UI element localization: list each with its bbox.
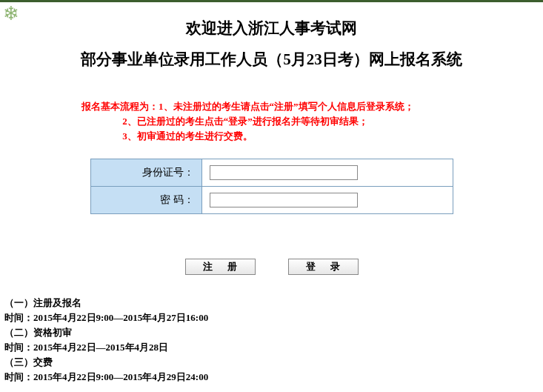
snowflake-icon: ❄ [3, 3, 25, 25]
schedule-1-time: 时间：2015年4月22日9:00—2015年4月27日16:00 [4, 310, 208, 325]
top-border [0, 0, 543, 2]
login-button[interactable]: 登 录 [288, 259, 359, 275]
schedule-1-title: （一）注册及报名 [4, 296, 208, 310]
notice-prefix: 报名基本流程为： [81, 101, 159, 112]
password-input[interactable] [210, 193, 358, 207]
schedule-2-time: 时间：2015年4月22日—2015年4月28日 [4, 340, 208, 355]
schedule-block: （一）注册及报名 时间：2015年4月22日9:00—2015年4月27日16:… [4, 296, 208, 385]
page-title-sub: 部分事业单位录用工作人员（5月23日考）网上报名系统 [0, 49, 543, 70]
schedule-3-title: （三）交费 [4, 355, 208, 370]
schedule-3-time: 时间：2015年4月22日9:00—2015年4月29日24:00 [4, 370, 208, 385]
password-label: 密 码： [90, 187, 201, 214]
notice-block: 报名基本流程为：1、未注册过的考生请点击“注册”填写个人信息后登录系统； 2、已… [81, 99, 543, 144]
schedule-2-title: （二）资格初审 [4, 325, 208, 340]
notice-line3: 3、初审通过的考生进行交费。 [122, 130, 253, 142]
button-row: 注 册 登 录 [0, 259, 543, 275]
main-content: 欢迎进入浙江人事考试网 部分事业单位录用工作人员（5月23日考）网上报名系统 报… [0, 0, 543, 275]
id-input[interactable] [210, 165, 358, 180]
register-button[interactable]: 注 册 [185, 259, 256, 275]
id-label: 身份证号： [90, 159, 201, 187]
notice-line1: 1、未注册过的考生请点击“注册”填写个人信息后登录系统； [159, 101, 414, 112]
page-title-main: 欢迎进入浙江人事考试网 [0, 18, 543, 39]
login-form-table: 身份证号： 密 码： [90, 159, 453, 214]
notice-line2: 2、已注册过的考生点击“登录”进行报名并等待初审结果； [122, 116, 368, 127]
